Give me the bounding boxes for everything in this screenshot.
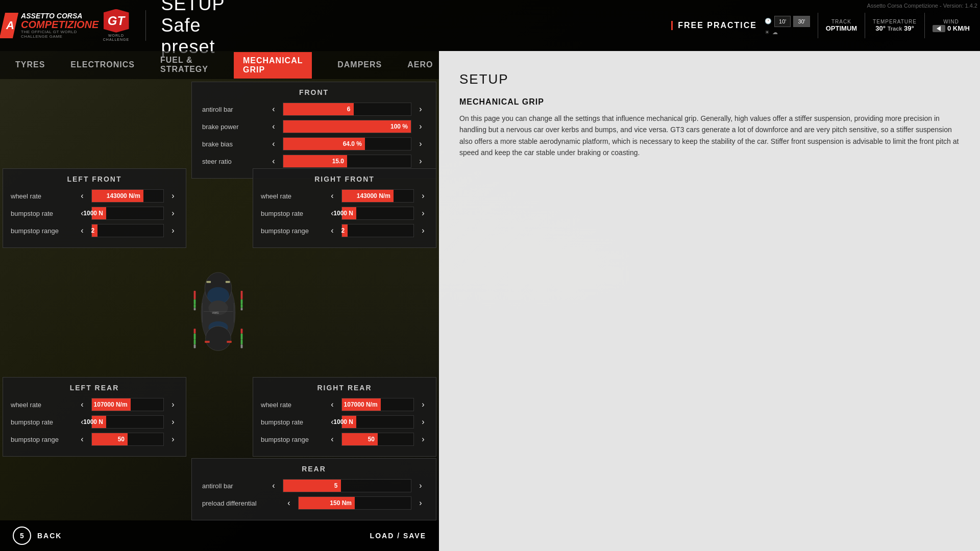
svg-rect-24 xyxy=(194,339,196,344)
track-info: TRACK OPTIMUM xyxy=(826,19,857,32)
acc-logo: A ASSETTO CORSA COMPETIZIONE THE OFFICIA… xyxy=(10,7,92,45)
car-image-area: AMG xyxy=(189,168,248,457)
wind-label: WIND xyxy=(943,19,959,24)
lr-wheel-rate-label: wheel rate xyxy=(11,401,72,409)
rf-bumpstop-range-value: 2 xyxy=(342,224,348,237)
front-brake-bias-value: 64.0 % xyxy=(283,138,365,150)
front-brake-bias-label: brake bias xyxy=(202,140,263,148)
lf-wheel-rate-row: wheel rate ‹ 143000 N/m › xyxy=(11,189,178,203)
rf-bumpstop-range-controls: ‹ 2 › xyxy=(327,224,428,237)
front-brake-bias-row: brake bias ‹ 64.0 % › xyxy=(202,137,426,151)
rf-bumpstop-rate-inc[interactable]: › xyxy=(418,209,428,218)
time-10-btn[interactable]: 10' xyxy=(774,16,791,27)
version-label: Assetto Corsa Competizione - Version: 1.… xyxy=(867,3,977,9)
lf-wheel-rate-label: wheel rate xyxy=(11,192,72,200)
front-brake-bias-controls: ‹ 64.0 % › xyxy=(268,137,426,151)
lf-bumpstop-range-inc[interactable]: › xyxy=(168,226,178,235)
setup-info-subtitle: MECHANICAL GRIP xyxy=(459,97,960,107)
svg-rect-28 xyxy=(241,339,243,344)
lf-bumpstop-range-row: bumpstop range ‹ 2 › xyxy=(11,224,178,237)
right-front-panel: RIGHT FRONT wheel rate ‹ 143000 N/m › bu… xyxy=(253,168,436,248)
lr-wheel-rate-dec[interactable]: ‹ xyxy=(77,400,87,409)
lf-wheel-rate-dec[interactable]: ‹ xyxy=(77,191,87,201)
front-antiroll-value: 6 xyxy=(283,103,354,115)
rear-antiroll-label: antiroll bar xyxy=(202,482,263,490)
rf-wheel-rate-controls: ‹ 143000 N/m › xyxy=(327,189,428,203)
track-label: TRACK xyxy=(831,19,851,24)
right-rear-panel: RIGHT REAR wheel rate ‹ 107000 N/m › bum… xyxy=(253,377,436,457)
rear-preload-inc[interactable]: › xyxy=(415,498,426,508)
lr-wheel-rate-inc[interactable]: › xyxy=(168,400,178,409)
lr-bumpstop-range-inc[interactable]: › xyxy=(168,435,178,444)
rear-preload-dec[interactable]: ‹ xyxy=(284,498,294,508)
lf-bumpstop-rate-bar: 1000 N xyxy=(91,207,164,220)
rr-bumpstop-rate-label: bumpstop rate xyxy=(261,418,322,426)
rr-bumpstop-rate-inc[interactable]: › xyxy=(418,417,428,427)
lr-wheel-rate-value: 107000 N/m xyxy=(92,398,131,411)
rear-antiroll-dec[interactable]: ‹ xyxy=(268,481,279,490)
lr-bumpstop-range-dec[interactable]: ‹ xyxy=(77,435,87,444)
lf-wheel-rate-inc[interactable]: › xyxy=(168,191,178,201)
load-save-button[interactable]: LOAD / SAVE xyxy=(370,532,426,540)
rr-bumpstop-range-dec[interactable]: ‹ xyxy=(327,435,337,444)
rf-wheel-rate-label: wheel rate xyxy=(261,192,322,200)
divider3 xyxy=(865,13,865,38)
lf-wheel-rate-controls: ‹ 143000 N/m › xyxy=(77,189,178,203)
front-antiroll-dec[interactable]: ‹ xyxy=(268,105,279,114)
divider2 xyxy=(818,13,818,38)
logo-area: A ASSETTO CORSA COMPETIZIONE THE OFFICIA… xyxy=(10,0,225,58)
svg-rect-10 xyxy=(227,341,232,343)
front-brake-bias-dec[interactable]: ‹ xyxy=(268,139,279,148)
tab-aero[interactable]: AERO xyxy=(407,58,433,73)
svg-rect-19 xyxy=(241,299,243,304)
rear-preload-controls: ‹ 150 Nm › xyxy=(284,496,426,510)
front-brake-bias-inc[interactable]: › xyxy=(415,139,426,148)
back-circle: 5 xyxy=(13,527,31,545)
rear-antiroll-bar: 5 xyxy=(283,479,411,492)
setup-title: SETUP Safe preset xyxy=(161,0,225,58)
rf-wheel-rate-dec[interactable]: ‹ xyxy=(327,191,337,201)
tab-dampers[interactable]: DAMPERS xyxy=(337,58,382,73)
front-brake-power-inc[interactable]: › xyxy=(415,122,426,131)
front-steer-ratio-inc[interactable]: › xyxy=(415,157,426,166)
lf-bumpstop-range-label: bumpstop range xyxy=(11,227,72,235)
lr-wheel-rate-controls: ‹ 107000 N/m › xyxy=(77,398,178,411)
front-antiroll-label: antiroll bar xyxy=(202,106,263,113)
lr-bumpstop-rate-row: bumpstop rate ‹ 1000 N › xyxy=(11,415,178,429)
front-antiroll-inc[interactable]: › xyxy=(415,105,426,114)
left-rear-panel: LEFT REAR wheel rate ‹ 107000 N/m › bump… xyxy=(3,377,186,457)
rf-wheel-rate-inc[interactable]: › xyxy=(418,191,428,201)
tab-electronics[interactable]: ELECTRONICS xyxy=(70,58,135,73)
svg-rect-9 xyxy=(205,341,210,343)
lf-bumpstop-range-dec[interactable]: ‹ xyxy=(77,226,87,235)
front-brake-power-label: brake power xyxy=(202,123,263,131)
lf-bumpstop-rate-inc[interactable]: › xyxy=(168,209,178,218)
tab-mechanical[interactable]: MECHANICAL GRIP xyxy=(234,52,312,79)
rf-bumpstop-range-inc[interactable]: › xyxy=(418,226,428,235)
lf-wheel-rate-bar: 143000 N/m xyxy=(91,189,164,203)
lr-bumpstop-rate-controls: ‹ 1000 N › xyxy=(77,415,178,429)
rr-wheel-rate-dec[interactable]: ‹ xyxy=(327,400,337,409)
time-selector[interactable]: 🕐 10' 30' ☀ ☁ xyxy=(765,16,810,36)
lr-bumpstop-rate-inc[interactable]: › xyxy=(168,417,178,427)
front-brake-power-dec[interactable]: ‹ xyxy=(268,122,279,131)
rf-bumpstop-range-dec[interactable]: ‹ xyxy=(327,226,337,235)
rr-bumpstop-range-inc[interactable]: › xyxy=(418,435,428,444)
setup-info-title: SETUP xyxy=(459,71,960,87)
lr-bumpstop-range-value: 50 xyxy=(92,433,128,445)
tab-fuel[interactable]: FUEL & STRATEGY xyxy=(160,53,208,78)
front-brake-bias-bar: 64.0 % xyxy=(283,137,411,151)
front-steer-ratio-dec[interactable]: ‹ xyxy=(268,157,279,166)
front-brake-power-controls: ‹ 100 % › xyxy=(268,120,426,133)
rf-bumpstop-range-bar: 2 xyxy=(341,224,414,237)
back-button[interactable]: 5 BACK xyxy=(13,527,62,545)
time-30-btn[interactable]: 30' xyxy=(793,16,810,27)
gt-logo: GT WORLDCHALLENGE xyxy=(102,9,130,42)
svg-point-5 xyxy=(206,326,231,350)
rr-bumpstop-range-row: bumpstop range ‹ 50 › xyxy=(261,433,428,446)
tab-tyres[interactable]: TYRES xyxy=(15,58,45,73)
rear-antiroll-inc[interactable]: › xyxy=(415,481,426,490)
temp-track-label: Track xyxy=(888,26,902,32)
front-steer-ratio-row: steer ratio ‹ 15.0 › xyxy=(202,155,426,168)
rr-wheel-rate-inc[interactable]: › xyxy=(418,400,428,409)
